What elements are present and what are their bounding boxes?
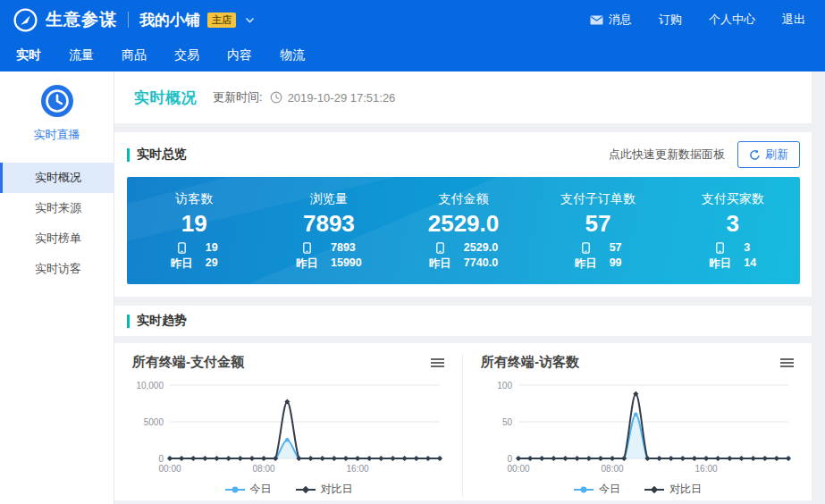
refresh-button-label: 刷新 bbox=[765, 147, 788, 163]
stat-label: 支付买家数 bbox=[665, 191, 800, 207]
svg-text:08:00: 08:00 bbox=[253, 464, 275, 474]
sidebar-menu: 实时概况实时来源实时榜单实时访客 bbox=[0, 163, 114, 284]
brand-area: 生意参谋 我的小铺 主店 bbox=[13, 7, 255, 33]
legend-marker-icon bbox=[295, 485, 316, 494]
svg-text:08:00: 08:00 bbox=[602, 464, 624, 474]
stat-yesterday-label: 昨日 bbox=[429, 256, 451, 272]
svg-text:0: 0 bbox=[158, 454, 164, 464]
overview-section-title: 实时总览 bbox=[137, 147, 187, 163]
mail-icon bbox=[590, 15, 603, 25]
nav-item-2[interactable]: 商品 bbox=[120, 46, 148, 65]
chart-menu-icon[interactable] bbox=[779, 357, 796, 369]
chart-legend: 今日对比日 bbox=[477, 482, 797, 497]
svg-text:16:00: 16:00 bbox=[347, 464, 369, 474]
svg-text:16:00: 16:00 bbox=[695, 464, 718, 474]
mobile-icon bbox=[436, 241, 444, 254]
section-accent-bar bbox=[127, 148, 130, 162]
page-title: 实时概况 bbox=[134, 88, 197, 108]
stat-breakdown: 57昨日99 bbox=[575, 241, 622, 272]
stat-mobile-value: 57 bbox=[610, 241, 622, 254]
legend-label: 今日 bbox=[599, 482, 620, 497]
trend-charts-card: 所有终端-支付金额0500010,00000:0008:0016:00今日对比日… bbox=[114, 343, 812, 500]
header-link-label: 个人中心 bbox=[709, 12, 755, 28]
sidebar: 实时直播 实时概况实时来源实时榜单实时访客 bbox=[0, 71, 114, 504]
header-link-label: 消息 bbox=[609, 12, 632, 28]
stat-yesterday-value: 29 bbox=[206, 256, 218, 272]
stat-breakdown: 2529.0昨日7740.0 bbox=[429, 241, 498, 272]
sidebar-item-1[interactable]: 实时来源 bbox=[0, 193, 114, 223]
svg-text:0: 0 bbox=[507, 454, 512, 464]
stat-label: 支付金额 bbox=[396, 191, 531, 207]
app-header: 生意参谋 我的小铺 主店 消息订购个人中心退出 实时流量商品交易内容物流 bbox=[0, 0, 825, 71]
stat-yesterday-label: 昨日 bbox=[709, 256, 731, 272]
header-right-links: 消息订购个人中心退出 bbox=[590, 12, 805, 28]
legend-item-1[interactable]: 对比日 bbox=[644, 482, 702, 497]
svg-text:00:00: 00:00 bbox=[158, 464, 181, 474]
legend-label: 今日 bbox=[250, 482, 272, 497]
sidebar-section-realtime-live[interactable]: 实时直播 bbox=[0, 71, 114, 143]
page-body: 实时直播 实时概况实时来源实时榜单实时访客 实时概况 更新时间: 2019-10… bbox=[0, 71, 825, 504]
chart-panel-0: 所有终端-支付金额0500010,00000:0008:0016:00今日对比日 bbox=[114, 354, 463, 497]
stat-value: 3 bbox=[665, 210, 800, 237]
page-title-card: 实时概况 更新时间: 2019-10-29 17:51:26 bbox=[114, 71, 812, 123]
legend-item-0[interactable]: 今日 bbox=[573, 482, 620, 497]
stat-label: 支付子订单数 bbox=[531, 191, 666, 207]
refresh-icon bbox=[749, 149, 761, 161]
mobile-icon bbox=[582, 241, 590, 254]
stat-column-3: 支付子订单数5757昨日99 bbox=[531, 177, 666, 284]
legend-item-1[interactable]: 对比日 bbox=[295, 482, 353, 497]
stat-value: 19 bbox=[127, 210, 262, 237]
chart-title: 所有终端-访客数 bbox=[481, 354, 579, 371]
refresh-button[interactable]: 刷新 bbox=[737, 141, 800, 168]
header-link-2[interactable]: 个人中心 bbox=[709, 12, 755, 28]
chart-panel-1: 所有终端-访客数05010000:0008:0016:00今日对比日 bbox=[463, 354, 812, 497]
header-link-1[interactable]: 订购 bbox=[659, 12, 682, 28]
mobile-icon bbox=[716, 241, 724, 254]
chevron-down-icon[interactable] bbox=[245, 17, 255, 23]
header-link-label: 订购 bbox=[659, 12, 682, 28]
realtime-overview-card: 实时总览 点此快速更新数据面板 刷新 bbox=[114, 132, 812, 297]
stat-yesterday-label: 昨日 bbox=[296, 256, 318, 272]
nav-item-3[interactable]: 交易 bbox=[173, 46, 201, 65]
realtime-clock-icon bbox=[41, 85, 73, 117]
update-timestamp: 2019-10-29 17:51:26 bbox=[288, 91, 396, 105]
nav-item-0[interactable]: 实时 bbox=[14, 46, 43, 65]
header-link-label: 退出 bbox=[782, 12, 805, 28]
payment-trend-chart: 0500010,00000:0008:0016:00 bbox=[129, 374, 447, 476]
sidebar-item-0[interactable]: 实时概况 bbox=[0, 163, 114, 193]
stats-banner: 访客数1919昨日29浏览量78937893昨日15990支付金额2529.02… bbox=[127, 177, 800, 284]
realtime-trend-header-card: 实时趋势 bbox=[114, 306, 812, 336]
sidebar-item-3[interactable]: 实时访客 bbox=[0, 254, 114, 284]
refresh-hint-link[interactable]: 点此快速更新数据面板 bbox=[609, 147, 725, 163]
trend-section-title: 实时趋势 bbox=[137, 313, 187, 329]
sidebar-item-2[interactable]: 实时榜单 bbox=[0, 223, 114, 254]
chart-title: 所有终端-支付金额 bbox=[132, 354, 244, 371]
chart-menu-icon[interactable] bbox=[429, 357, 446, 369]
shop-badge: 主店 bbox=[207, 13, 236, 28]
stat-value: 2529.0 bbox=[396, 210, 531, 237]
legend-marker-icon bbox=[573, 485, 594, 494]
svg-text:100: 100 bbox=[497, 381, 512, 391]
nav-item-4[interactable]: 内容 bbox=[225, 46, 254, 65]
header-top-row: 生意参谋 我的小铺 主店 消息订购个人中心退出 bbox=[0, 0, 825, 39]
section-accent-bar bbox=[127, 315, 130, 328]
stat-mobile-value: 7893 bbox=[331, 241, 356, 254]
stat-mobile-value: 2529.0 bbox=[464, 241, 498, 254]
svg-text:50: 50 bbox=[502, 417, 513, 427]
content-column: 实时概况 更新时间: 2019-10-29 17:51:26 实时总览 bbox=[114, 71, 812, 504]
header-link-3[interactable]: 退出 bbox=[782, 12, 805, 28]
mobile-icon bbox=[303, 241, 311, 254]
shop-name[interactable]: 我的小铺 bbox=[139, 10, 200, 30]
main-area: 实时概况 更新时间: 2019-10-29 17:51:26 实时总览 bbox=[114, 71, 825, 504]
svg-text:00:00: 00:00 bbox=[507, 464, 529, 474]
stat-value: 57 bbox=[531, 210, 666, 237]
update-time-label: 更新时间: bbox=[213, 89, 263, 105]
header-link-0[interactable]: 消息 bbox=[590, 12, 632, 28]
legend-item-0[interactable]: 今日 bbox=[224, 482, 272, 497]
stat-yesterday-value: 99 bbox=[610, 256, 622, 272]
nav-item-5[interactable]: 物流 bbox=[278, 46, 307, 65]
nav-item-1[interactable]: 流量 bbox=[67, 46, 96, 65]
stat-column-2: 支付金额2529.02529.0昨日7740.0 bbox=[396, 177, 531, 284]
sidebar-section-label: 实时直播 bbox=[0, 127, 114, 143]
brand-name: 生意参谋 bbox=[46, 8, 117, 31]
